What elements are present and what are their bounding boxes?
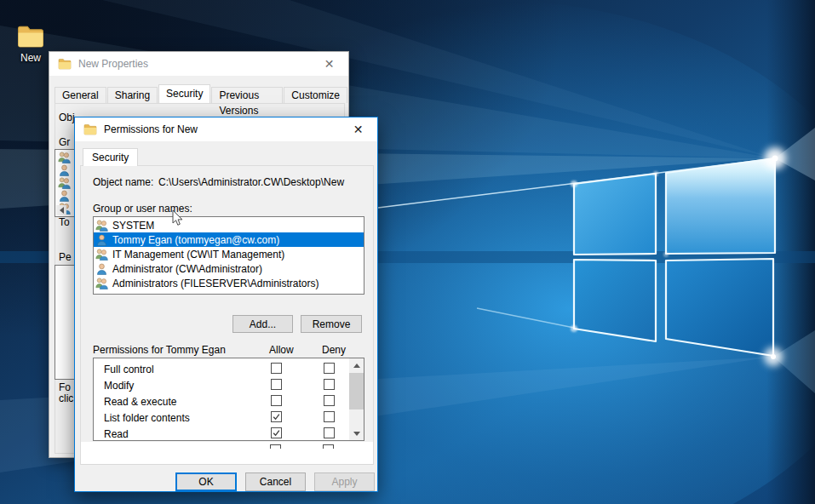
tab-general[interactable]: General (55, 87, 106, 103)
allow-checkbox[interactable] (271, 379, 282, 390)
add-button[interactable]: Add... (232, 315, 293, 333)
back-titlebar[interactable]: New Properties (49, 52, 348, 76)
user-row[interactable]: SYSTEM (94, 218, 364, 232)
clipped-permission-row (81, 442, 373, 465)
group-user-list[interactable]: SYSTEMTommy Egan (tommyegan@cw.com)IT Ma… (93, 216, 364, 295)
allow-checkbox[interactable] (271, 427, 282, 438)
partial-allow-checkbox (270, 444, 281, 449)
permission-name: Read & execute (104, 396, 176, 408)
desktop-folder-label: New (7, 52, 55, 64)
deny-checkbox[interactable] (324, 379, 335, 390)
user-name: Administrator (CW\Administrator) (112, 263, 262, 275)
permission-name: Modify (104, 380, 134, 392)
deny-checkbox[interactable] (324, 363, 335, 374)
remove-button[interactable]: Remove (301, 315, 362, 333)
scrollbar[interactable] (349, 358, 364, 440)
deny-checkbox[interactable] (324, 395, 335, 406)
group-icon (95, 278, 108, 289)
back-close-button[interactable]: ✕ (310, 52, 348, 76)
apply-button[interactable]: Apply (314, 472, 375, 491)
cancel-button[interactable]: Cancel (245, 472, 306, 491)
front-titlebar[interactable]: Permissions for New (75, 117, 377, 141)
desktop-folder-new[interactable]: New (7, 22, 55, 64)
object-name-value: C:\Users\Administrator.CW\Desktop\New (158, 176, 344, 188)
user-name: SYSTEM (112, 220, 154, 232)
down-arrow-icon (353, 432, 360, 436)
group-icon (58, 177, 71, 189)
left-arrow-icon (60, 207, 64, 214)
back-advanced-text-fragment-1: Fo (59, 381, 71, 393)
permissions-for-label: Permissions for Tommy Egan (93, 344, 226, 356)
group-icon (58, 152, 71, 163)
tab-security[interactable]: Security (158, 84, 210, 103)
allow-header: Allow (269, 344, 294, 356)
scrollbar-thumb[interactable] (349, 373, 364, 410)
tab-previous-versions[interactable]: Previous Versions (211, 87, 283, 103)
hscroll-left-button[interactable] (56, 205, 66, 215)
permission-name: Read (104, 428, 129, 440)
permission-row: Read & execute (94, 393, 364, 410)
front-close-button[interactable]: ✕ (339, 117, 377, 141)
folder-icon (58, 57, 72, 71)
user-name: IT Management (CW\IT Management) (112, 249, 284, 261)
permission-list[interactable]: Full controlModifyRead & executeList fol… (93, 358, 364, 441)
user-row[interactable]: Administrators (FILESERVER\Administrator… (94, 276, 364, 290)
permission-row: Full control (94, 361, 364, 377)
front-dialog-title: Permissions for New (104, 123, 198, 135)
scroll-up-button[interactable] (349, 358, 364, 372)
back-tabs: GeneralSharingSecurityPrevious VersionsC… (55, 84, 348, 103)
user-row[interactable]: Administrator (CW\Administrator) (94, 261, 364, 276)
scroll-down-button[interactable] (349, 427, 364, 440)
back-dialog-title: New Properties (78, 58, 148, 70)
user-icon (58, 164, 71, 176)
deny-header: Deny (322, 344, 346, 356)
folder-icon (14, 22, 48, 50)
tab-security[interactable]: Security (83, 148, 138, 166)
user-icon (58, 190, 71, 202)
allow-checkbox[interactable] (271, 363, 282, 374)
user-row[interactable]: IT Management (CW\IT Management) (94, 247, 364, 261)
back-edit-text-fragment: To (59, 216, 70, 228)
permission-row: Modify (94, 377, 364, 393)
tab-customize[interactable]: Customize (284, 87, 347, 103)
group-icon (95, 220, 108, 232)
back-object-label-fragment: Obj (59, 112, 75, 123)
ok-button[interactable]: OK (175, 472, 237, 491)
user-icon (95, 263, 108, 275)
object-name-label: Object name: (93, 176, 153, 188)
user-name: Tommy Egan (tommyegan@cw.com) (112, 234, 279, 246)
user-row[interactable]: Tommy Egan (tommyegan@cw.com) (94, 232, 364, 247)
back-permissions-label-fragment: Pe (59, 251, 72, 263)
folder-icon (83, 123, 97, 136)
mouse-cursor (172, 209, 184, 226)
permission-row: Read (94, 426, 364, 441)
partial-deny-checkbox (323, 444, 334, 449)
user-name: Administrators (FILESERVER\Administrator… (112, 278, 319, 289)
back-group-label-fragment: Gr (59, 136, 70, 148)
back-advanced-text-fragment-2: clic (59, 392, 73, 404)
allow-checkbox[interactable] (271, 395, 282, 406)
deny-checkbox[interactable] (324, 427, 335, 438)
up-arrow-icon (353, 364, 360, 368)
group-icon (95, 249, 108, 261)
desktop: New New Properties ✕ GeneralSharingSecur… (0, 0, 815, 504)
allow-checkbox[interactable] (271, 411, 282, 422)
user-icon (95, 234, 108, 246)
permission-name: Full control (104, 364, 154, 375)
permissions-dialog: Permissions for New ✕ Security Object na… (74, 117, 378, 492)
tab-sharing[interactable]: Sharing (107, 87, 158, 103)
permission-row: List folder contents (94, 410, 364, 426)
permission-name: List folder contents (104, 412, 190, 424)
deny-checkbox[interactable] (324, 411, 335, 422)
